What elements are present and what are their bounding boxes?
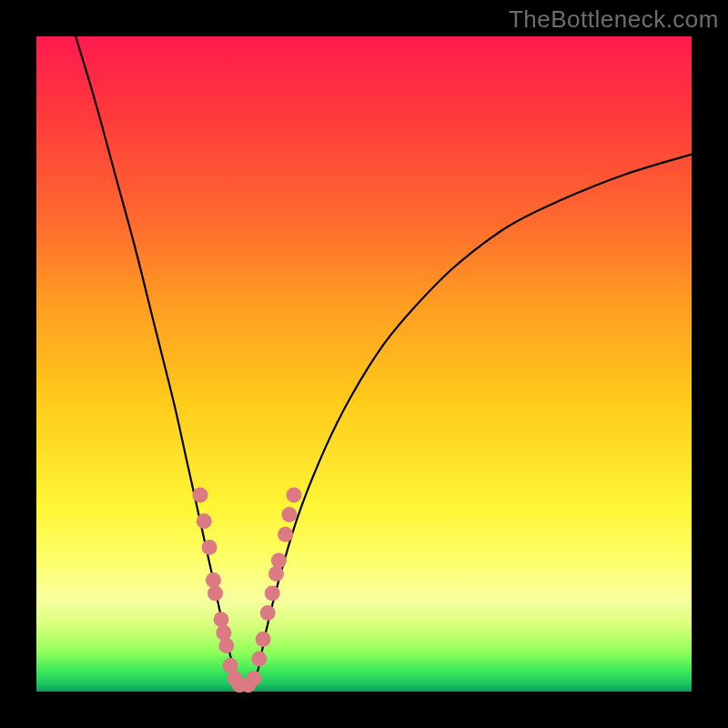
data-marker	[202, 540, 217, 555]
data-marker	[256, 632, 271, 647]
bottleneck-curve	[76, 36, 692, 692]
data-marker	[206, 572, 221, 588]
data-marker	[197, 513, 212, 529]
chart-svg	[36, 36, 692, 692]
watermark-text: TheBottleneck.com	[509, 5, 719, 34]
data-marker	[281, 507, 297, 522]
data-marker	[193, 488, 208, 503]
data-marker	[271, 553, 287, 569]
data-marker	[247, 671, 262, 686]
data-marker	[216, 625, 231, 641]
chart-frame: TheBottleneck.com	[0, 0, 728, 728]
data-marker	[278, 527, 293, 542]
data-marker	[214, 612, 229, 627]
data-marker	[265, 586, 280, 602]
data-marker	[268, 566, 284, 581]
data-marker	[207, 586, 223, 602]
data-marker	[251, 652, 267, 667]
data-marker	[287, 488, 302, 503]
marker-group	[193, 488, 302, 693]
data-marker	[260, 605, 276, 621]
data-marker	[218, 638, 234, 653]
plot-area	[36, 36, 692, 692]
